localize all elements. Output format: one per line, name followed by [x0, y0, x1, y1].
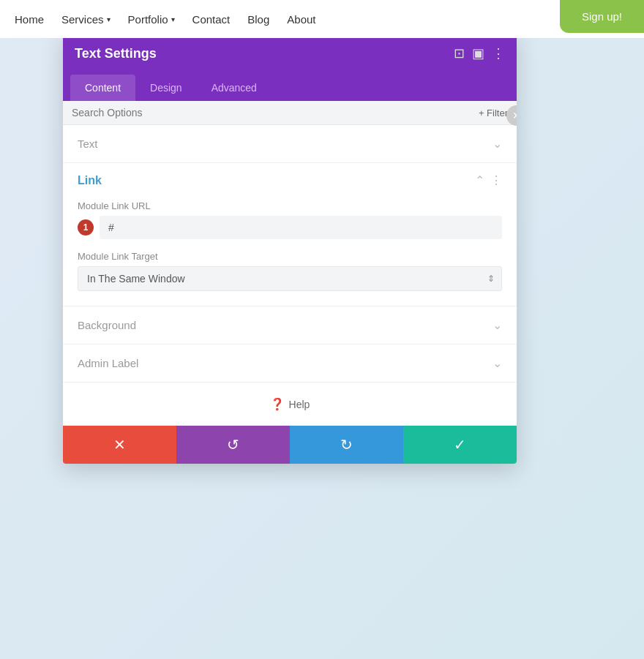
tab-design[interactable]: Design — [135, 75, 197, 101]
nav-bar: Home Services Portfolio Contact Blog Abo… — [0, 0, 644, 38]
more-options-icon[interactable]: ⋮ — [492, 45, 505, 61]
admin-label-section-label: Admin Label — [78, 357, 138, 369]
link-content: Module Link URL 1 Module Link Target In … — [63, 197, 517, 306]
nav-contact[interactable]: Contact — [192, 13, 231, 26]
text-settings-modal: Text Settings ⊡ ▣ ⋮ Content Design Advan… — [63, 32, 517, 464]
redo-button[interactable]: ↻ — [290, 426, 403, 464]
modal-header: Text Settings ⊡ ▣ ⋮ — [63, 32, 517, 75]
url-badge: 1 — [78, 219, 94, 236]
modal-footer: ✕ ↺ ↻ ✓ — [63, 426, 517, 464]
link-collapse-icon[interactable]: ⌃ — [475, 173, 484, 187]
filter-button[interactable]: + Filter — [479, 108, 508, 118]
link-header-icons: ⌃ ⋮ — [475, 173, 502, 187]
nav-about[interactable]: About — [287, 13, 315, 26]
target-select[interactable]: In The Same Window In The New Window — [78, 266, 502, 291]
link-section: Link ⌃ ⋮ Module Link URL 1 Module Link T… — [63, 163, 517, 306]
nav-blog[interactable]: Blog — [247, 13, 269, 26]
fullscreen-icon[interactable]: ⊡ — [454, 45, 465, 61]
url-field-row: 1 — [78, 216, 502, 239]
background-section-label: Background — [78, 319, 136, 331]
search-bar: + Filter — [63, 101, 517, 125]
tab-advanced[interactable]: Advanced — [197, 75, 272, 101]
search-input[interactable] — [72, 107, 479, 118]
admin-label-chevron-icon: ⌄ — [493, 356, 502, 370]
background-section[interactable]: Background ⌄ — [63, 306, 517, 344]
url-input[interactable] — [100, 216, 502, 239]
tab-content[interactable]: Content — [70, 75, 135, 101]
modal-tabs: Content Design Advanced — [63, 75, 517, 101]
cancel-button[interactable]: ✕ — [63, 426, 176, 464]
modal-body: Text ⌄ Link ⌃ ⋮ Module Link URL 1 Mo — [63, 125, 517, 426]
url-field-label: Module Link URL — [78, 200, 502, 211]
layout-icon[interactable]: ▣ — [472, 45, 484, 61]
background-chevron-icon: ⌄ — [493, 318, 502, 332]
text-chevron-icon: ⌄ — [493, 137, 502, 151]
text-section[interactable]: Text ⌄ — [63, 125, 517, 163]
admin-label-section[interactable]: Admin Label ⌄ — [63, 344, 517, 383]
nav-home[interactable]: Home — [15, 13, 44, 26]
link-menu-icon[interactable]: ⋮ — [490, 173, 502, 187]
link-section-label: Link — [78, 174, 102, 187]
target-field-label: Module Link Target — [78, 251, 502, 262]
modal-header-actions: ⊡ ▣ ⋮ — [454, 45, 505, 61]
help-label: Help — [289, 399, 310, 410]
nav-portfolio[interactable]: Portfolio — [128, 13, 175, 26]
nav-services[interactable]: Services — [61, 13, 111, 26]
text-section-label: Text — [78, 138, 98, 150]
help-link[interactable]: ❓ Help — [63, 383, 517, 426]
undo-button[interactable]: ↺ — [176, 426, 290, 464]
link-section-header: Link ⌃ ⋮ — [63, 163, 517, 197]
help-icon: ❓ — [270, 397, 285, 411]
save-button[interactable]: ✓ — [403, 426, 517, 464]
target-select-wrapper: In The Same Window In The New Window ⇕ — [78, 266, 502, 291]
signup-button[interactable]: Sign up! — [560, 0, 644, 33]
modal-title: Text Settings — [75, 46, 157, 61]
